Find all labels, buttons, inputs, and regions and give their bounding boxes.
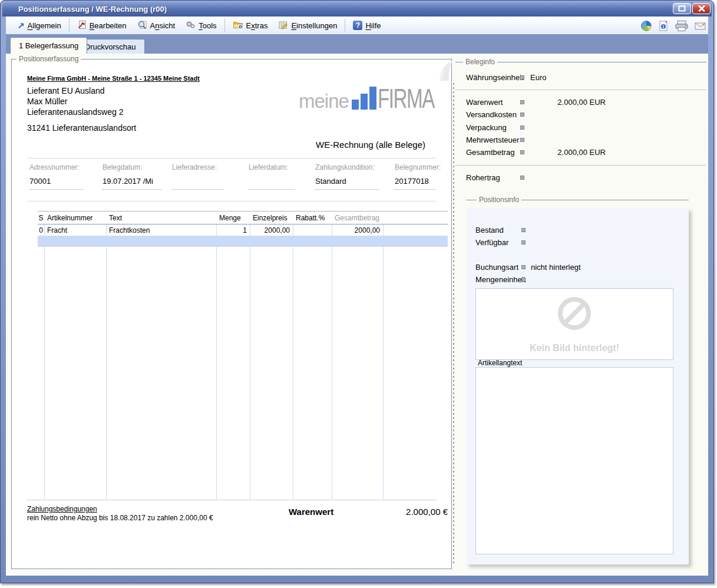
close-icon bbox=[698, 5, 705, 12]
cell-rabatt[interactable] bbox=[293, 224, 332, 236]
mail-icon[interactable] bbox=[695, 21, 706, 31]
restore-button[interactable] bbox=[673, 3, 691, 14]
col-header-s[interactable]: S bbox=[38, 212, 44, 224]
article-longtext-box[interactable] bbox=[475, 367, 673, 554]
field-underline bbox=[103, 189, 161, 190]
info-value: Euro bbox=[530, 73, 546, 82]
menu-separator bbox=[345, 19, 345, 32]
bullet-square-icon bbox=[521, 278, 526, 282]
info-value: 2.000,00 EUR bbox=[530, 148, 606, 157]
menu-item-allgemein[interactable]: ↗ Allgemein bbox=[12, 19, 67, 32]
edit-document-icon bbox=[77, 20, 87, 31]
field-label: Zahlungskondition: bbox=[315, 163, 387, 171]
bullet-square-icon bbox=[520, 75, 524, 80]
field-underline bbox=[395, 189, 436, 190]
groupbox-legend: Beleginfo bbox=[463, 58, 497, 66]
magnifier-icon bbox=[137, 20, 147, 31]
document-info-icon[interactable] bbox=[658, 20, 669, 32]
no-image-icon bbox=[556, 295, 593, 332]
menu-label: Extras bbox=[246, 21, 268, 30]
address-city-line: 31241 Lieferantenauslandsort bbox=[27, 123, 136, 133]
info-label: Gesamtbetrag bbox=[466, 148, 525, 157]
beleginfo-groupbox: Beleginfo Währungseinheit Euro Warenwert… bbox=[455, 62, 706, 203]
bullet-square-icon bbox=[520, 100, 524, 104]
field-lieferadresse: Lieferadresse: bbox=[172, 163, 234, 190]
menu-item-extras[interactable]: Extras bbox=[227, 18, 273, 33]
cell-text[interactable]: Frachtkosten bbox=[106, 224, 216, 236]
col-header-einzelpreis[interactable]: Einzelpreis bbox=[250, 212, 293, 224]
menu-label: Ansicht bbox=[150, 21, 176, 30]
column-divider bbox=[216, 211, 217, 499]
col-header-text[interactable]: Text bbox=[106, 212, 216, 224]
divider bbox=[27, 500, 437, 500]
info-value: nicht hinterlegt bbox=[531, 263, 581, 272]
table-header-row: S Artikelnummer Text Menge Einzelpreis R… bbox=[38, 211, 448, 224]
menu-item-bearbeiten[interactable]: Bearbeiten bbox=[72, 18, 132, 33]
address-line: Max Müller bbox=[27, 96, 123, 107]
tab-belegerfassung[interactable]: 1 Belegerfassung bbox=[10, 37, 87, 54]
col-header-menge[interactable]: Menge bbox=[216, 212, 250, 224]
bullet-square-icon bbox=[520, 125, 524, 130]
selected-empty-row[interactable] bbox=[38, 236, 448, 247]
window-title: Positionserfassung / WE-Rechnung (r00) bbox=[18, 5, 167, 14]
info-label: Warenwert bbox=[466, 98, 525, 107]
field-underline bbox=[172, 189, 224, 190]
folder-icon bbox=[233, 20, 243, 31]
menu-item-einstellungen[interactable]: Einstellungen bbox=[273, 18, 342, 33]
field-label: Belegdatum: bbox=[103, 163, 170, 171]
info-value: 2.000,00 EUR bbox=[530, 98, 606, 107]
field-value[interactable]: 19.07.2017 /Mi bbox=[103, 177, 170, 186]
menu-item-tools[interactable]: Tools bbox=[180, 18, 222, 33]
bullet-square-icon bbox=[520, 176, 524, 180]
field-value[interactable]: Standard bbox=[315, 177, 387, 186]
bullet-square-icon bbox=[521, 240, 526, 245]
cell-s[interactable]: 0 bbox=[38, 224, 44, 236]
field-value[interactable]: 20177018 bbox=[395, 177, 438, 186]
field-underline bbox=[315, 189, 379, 190]
table-row[interactable]: 0 Fracht Frachtkosten 1 2000,00 2000,00 bbox=[38, 224, 448, 236]
col-header-gesamtbetrag[interactable]: Gesamtbetrag bbox=[332, 212, 383, 224]
dotted-divider bbox=[455, 165, 706, 166]
settings-notepad-icon bbox=[278, 20, 288, 31]
col-header-artikelnummer[interactable]: Artikelnummer bbox=[44, 212, 106, 224]
info-label: Versandkosten bbox=[466, 110, 525, 119]
printer-icon[interactable] bbox=[675, 20, 689, 32]
menu-label: Einstellungen bbox=[291, 21, 337, 30]
help-icon: ? bbox=[353, 21, 362, 30]
column-divider bbox=[383, 211, 384, 499]
column-divider bbox=[293, 211, 293, 499]
restore-icon bbox=[678, 5, 686, 12]
logo-bar-chart-icon bbox=[352, 87, 376, 110]
cell-artikelnummer[interactable]: Fracht bbox=[44, 224, 106, 236]
menu-item-ansicht[interactable]: Ansicht bbox=[132, 18, 181, 33]
field-underline bbox=[249, 189, 295, 190]
cell-gesamtbetrag[interactable]: 2000,00 bbox=[332, 224, 383, 236]
info-label: Mehrwertsteuer bbox=[466, 136, 525, 144]
field-value[interactable] bbox=[249, 177, 304, 186]
cell-einzelpreis[interactable]: 2000,00 bbox=[250, 224, 293, 236]
field-label: Lieferdatum: bbox=[249, 163, 304, 171]
dotted-divider bbox=[455, 90, 706, 90]
col-header-rabatt[interactable]: Rabatt.% bbox=[293, 212, 332, 224]
title-bar[interactable]: Positionserfassung / WE-Rechnung (r00) bbox=[2, 2, 712, 16]
menu-item-hilfe[interactable]: ? Hilfe bbox=[348, 19, 386, 32]
column-divider bbox=[332, 211, 332, 499]
field-adressnummer: Adressnummer: 70001 bbox=[29, 163, 95, 190]
sender-line: Meine Firma GmbH - Meine Straße 1 - 1234… bbox=[27, 75, 200, 82]
field-value[interactable] bbox=[172, 177, 234, 186]
cell-menge[interactable]: 1 bbox=[216, 224, 250, 236]
field-underline bbox=[29, 189, 84, 190]
pie-chart-icon[interactable] bbox=[640, 20, 652, 32]
payment-terms-text: rein Netto ohne Abzug bis 18.08.2017 zu … bbox=[27, 514, 213, 522]
payment-terms-title: Zahlungsbedingungen bbox=[27, 505, 97, 513]
info-label: Rohertrag bbox=[466, 173, 525, 182]
address-line: Lieferantenauslandsweg 2 bbox=[27, 107, 123, 117]
field-label: Adressnummer: bbox=[29, 163, 95, 171]
menu-separator bbox=[224, 19, 225, 32]
close-button[interactable] bbox=[692, 3, 711, 14]
menu-separator bbox=[69, 19, 70, 32]
document-title: WE-Rechnung (alle Belege) bbox=[189, 140, 425, 150]
field-value[interactable]: 70001 bbox=[29, 177, 95, 186]
longtext-label: Artikellangtext bbox=[478, 359, 522, 367]
toolbar-right bbox=[640, 17, 706, 35]
